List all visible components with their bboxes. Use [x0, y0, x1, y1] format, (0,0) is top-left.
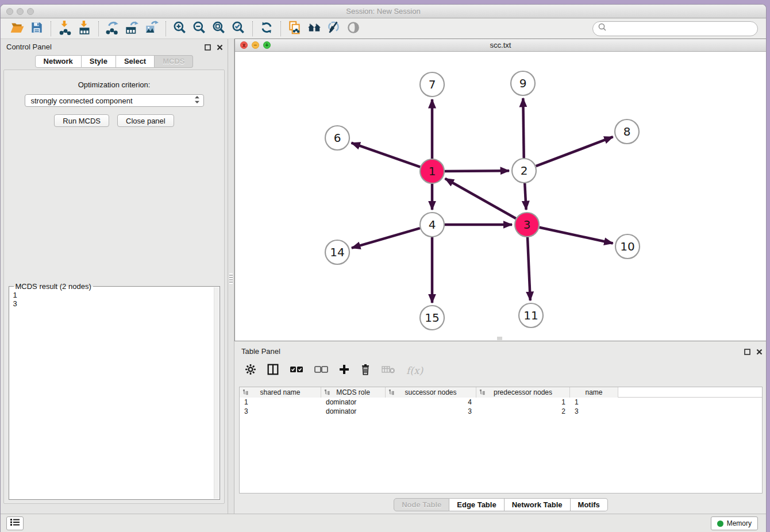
birds-eye-button[interactable]	[344, 20, 363, 37]
table-settings-button[interactable]	[245, 364, 256, 377]
memory-button[interactable]: Memory	[711, 516, 758, 530]
zoom-in-button[interactable]	[170, 20, 190, 37]
search-box[interactable]	[592, 21, 758, 36]
graphics-details-button[interactable]	[324, 20, 344, 37]
control-panel-tabs: NetworkStyleSelectMCDS	[1, 55, 228, 68]
run-mcds-button[interactable]: Run MCDS	[54, 114, 109, 127]
graph-edge-2-8[interactable]	[536, 137, 613, 166]
float-panel-icon[interactable]	[744, 347, 750, 357]
table-panel-title: Table Panel	[241, 347, 280, 356]
column-header-successor-nodes[interactable]: successor nodes	[386, 387, 476, 398]
select-all-button[interactable]	[290, 365, 303, 376]
toolbar-separator	[280, 21, 281, 36]
plus-icon	[339, 364, 349, 377]
table-cell[interactable]: 3	[386, 407, 476, 416]
graph-edge-1-2[interactable]	[445, 171, 509, 171]
criterion-select[interactable]: strongly connected component	[25, 94, 204, 107]
attribute-tree-icon	[388, 389, 395, 397]
search-input[interactable]	[607, 23, 753, 34]
table-row[interactable]: 1dominator411	[240, 398, 762, 407]
export-network-button[interactable]	[103, 20, 122, 37]
zoom-selected-button[interactable]	[229, 20, 248, 37]
tab-motifs[interactable]: Motifs	[571, 498, 608, 511]
task-history-button[interactable]	[6, 516, 24, 530]
node-table-header: shared nameMCDS rolesuccessor nodesprede…	[240, 387, 762, 398]
table-cell[interactable]: dominator	[321, 407, 386, 416]
attribute-tree-icon	[324, 389, 330, 397]
network-canvas[interactable]: 1234678910111415	[235, 52, 766, 341]
table-cell[interactable]: 1	[240, 398, 321, 407]
eye-icon	[346, 20, 361, 37]
export-table-icon	[125, 20, 140, 37]
delete-column-button[interactable]	[360, 364, 371, 377]
import-network-icon	[57, 20, 72, 37]
column-header-label: predecessor nodes	[494, 388, 552, 396]
control-panel: Control Panel NetworkStyleSelectMCDS Opt…	[1, 39, 228, 514]
split-panel-button[interactable]	[267, 364, 279, 377]
zoom-out-button[interactable]	[190, 20, 209, 37]
deselect-all-button[interactable]	[314, 365, 328, 376]
function-builder-button[interactable]: f(x)	[406, 365, 423, 376]
table-cell[interactable]: dominator	[321, 398, 386, 407]
graph-node-label: 3	[523, 218, 531, 232]
export-table-button[interactable]	[122, 20, 142, 37]
delete-table-icon	[382, 365, 395, 376]
network-window-titlebar[interactable]: x − + scc.txt	[235, 39, 766, 52]
close-panel-icon[interactable]	[756, 347, 763, 357]
window-title: Session: New Session	[1, 7, 766, 16]
export-image-button[interactable]	[142, 20, 161, 37]
column-header-predecessor-nodes[interactable]: predecessor nodes	[476, 387, 570, 398]
table-cell[interactable]: 1	[570, 398, 618, 407]
export-image-icon	[144, 20, 159, 37]
graph-edge-3-11[interactable]	[528, 237, 530, 300]
network-view-window: x − + scc.txt 1234678910111415	[234, 38, 767, 341]
tab-node-table[interactable]: Node Table	[394, 498, 449, 511]
toolbar-separator	[165, 21, 166, 36]
tab-network[interactable]: Network	[35, 55, 82, 68]
float-panel-icon[interactable]	[205, 43, 211, 53]
column-header-label: successor nodes	[405, 388, 456, 396]
graphics-details-icon	[326, 20, 341, 37]
network-resize-grip[interactable]	[497, 337, 502, 340]
tab-mcds[interactable]: MCDS	[155, 55, 193, 68]
graph-edge-2-3[interactable]	[525, 183, 526, 210]
save-session-button[interactable]	[27, 20, 47, 37]
table-cell[interactable]: 3	[570, 407, 618, 416]
splitter-grip[interactable]	[229, 273, 233, 284]
graph-edge-3-10[interactable]	[540, 228, 613, 244]
graph-edge-2-9[interactable]	[523, 98, 523, 158]
zoom-fit-icon	[211, 20, 226, 37]
tab-style[interactable]: Style	[82, 55, 116, 68]
column-header-name[interactable]: name	[570, 387, 618, 398]
graph-edge-1-6[interactable]	[352, 143, 421, 167]
zoom-fit-button[interactable]	[209, 20, 229, 37]
result-scrollbar[interactable]	[214, 287, 219, 499]
import-network-button[interactable]	[55, 20, 75, 37]
open-session-button[interactable]	[7, 20, 27, 37]
table-cell[interactable]: 3	[240, 407, 321, 416]
close-panel-button[interactable]: Close panel	[117, 114, 174, 127]
refresh-button[interactable]	[257, 20, 276, 37]
tab-select[interactable]: Select	[116, 55, 155, 68]
graph-edge-4-14[interactable]	[352, 228, 420, 248]
optimization-criterion-label: Optimization criterion:	[78, 80, 151, 89]
first-neighbors-button[interactable]	[305, 20, 324, 37]
mcds-result-text[interactable]: 1 3	[10, 288, 213, 499]
table-cell[interactable]: 1	[476, 398, 570, 407]
close-panel-icon[interactable]	[217, 43, 223, 53]
graph-node-label: 7	[429, 78, 436, 91]
column-header-shared-name[interactable]: shared name	[240, 387, 321, 398]
graph-edge-3-1[interactable]	[445, 179, 516, 218]
column-header-MCDS-role[interactable]: MCDS role	[321, 387, 386, 398]
import-table-button[interactable]	[75, 20, 94, 37]
tab-network-table[interactable]: Network Table	[505, 498, 571, 511]
table-cell[interactable]: 4	[386, 398, 476, 407]
table-row[interactable]: 3dominator323	[240, 407, 762, 416]
column-header-label: name	[585, 388, 602, 396]
add-column-button[interactable]	[339, 364, 349, 377]
panel-splitter[interactable]	[228, 39, 234, 514]
delete-table-button[interactable]	[382, 365, 395, 376]
tab-edge-table[interactable]: Edge Table	[449, 498, 504, 511]
table-cell[interactable]: 2	[476, 407, 570, 416]
clone-network-button[interactable]	[285, 20, 305, 37]
